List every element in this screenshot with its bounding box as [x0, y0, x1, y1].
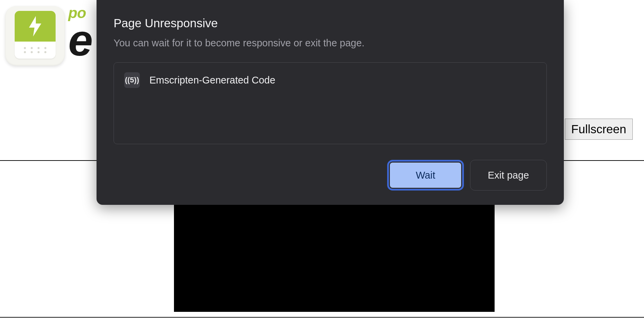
list-item-label: Emscripten-Generated Code — [149, 75, 275, 86]
divider-bottom — [0, 317, 644, 318]
dialog-subtitle: You can wait for it to become responsive… — [114, 37, 547, 49]
unresponsive-dialog: Page Unresponsive You can wait for it to… — [97, 0, 564, 205]
brand-big: e — [68, 20, 91, 60]
brand-text: po e — [68, 5, 91, 60]
dialog-title: Page Unresponsive — [114, 16, 547, 30]
exit-page-button[interactable]: Exit page — [470, 160, 547, 191]
app-logo — [5, 6, 65, 66]
broadcast-icon: ((5)) — [124, 72, 140, 88]
app-logo-bottom — [15, 42, 56, 59]
app-logo-top — [15, 11, 56, 42]
fullscreen-button[interactable]: Fullscreen — [565, 119, 633, 140]
list-item: ((5)) Emscripten-Generated Code — [124, 72, 536, 88]
unresponsive-list: ((5)) Emscripten-Generated Code — [114, 62, 547, 144]
dialog-button-row: Wait Exit page — [114, 160, 547, 191]
wait-button[interactable]: Wait — [387, 160, 464, 191]
lightning-icon — [27, 16, 44, 36]
wait-button-label: Wait — [389, 162, 462, 189]
